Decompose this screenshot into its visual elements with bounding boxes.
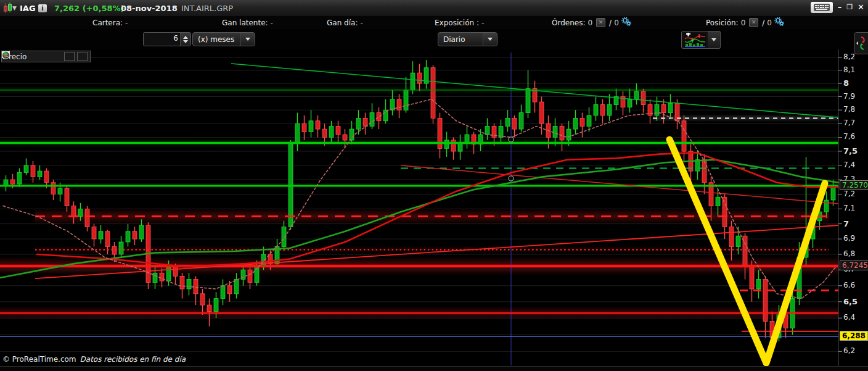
candle-body bbox=[51, 183, 55, 194]
candle-body bbox=[356, 118, 361, 129]
line-handle bbox=[509, 137, 514, 142]
candle-body bbox=[207, 305, 211, 312]
candle-body bbox=[560, 127, 564, 140]
candle-body bbox=[214, 299, 218, 312]
candle-body bbox=[180, 276, 184, 289]
candle-body bbox=[72, 206, 76, 217]
candle-body bbox=[295, 123, 300, 143]
candle-body bbox=[302, 123, 306, 131]
position-settings-gear-icon[interactable] bbox=[774, 17, 784, 28]
candle-body bbox=[126, 231, 130, 242]
close-panel-icon[interactable] bbox=[52, 52, 62, 60]
chart-toolbar: 6 (x) meses Diario bbox=[0, 29, 868, 49]
candle-body bbox=[119, 242, 123, 254]
cancel-orders-icon[interactable]: ✕ bbox=[596, 18, 605, 27]
axis-tick-label: 6,5 bbox=[843, 297, 858, 306]
candle-body bbox=[567, 129, 571, 140]
side-panel-toggle-tab[interactable] bbox=[854, 32, 868, 54]
candle-body bbox=[655, 105, 659, 116]
ticker-symbol[interactable]: IAG bbox=[20, 0, 36, 16]
period-unit-dropdown[interactable]: (x) meses bbox=[192, 32, 255, 46]
timeframe-dropdown[interactable]: Diario bbox=[438, 32, 497, 46]
spinner-up-icon[interactable] bbox=[183, 36, 188, 39]
data-status-text: Datos recibidos en fin de día bbox=[80, 355, 186, 364]
candle-body bbox=[506, 118, 510, 126]
candle-body bbox=[194, 280, 198, 294]
maximize-icon[interactable]: ❐ bbox=[846, 2, 853, 13]
candle-body bbox=[105, 231, 110, 247]
period-count-spinner[interactable]: 6 bbox=[143, 32, 191, 46]
candle-body bbox=[465, 135, 469, 143]
candle-body bbox=[607, 105, 612, 116]
instrument-dropdown-caret-icon[interactable]: ▼ bbox=[12, 0, 17, 16]
exposicion-field: Exposición :- bbox=[435, 16, 484, 29]
candle-body bbox=[221, 286, 225, 299]
minimize-icon[interactable]: – bbox=[838, 2, 842, 13]
axis-tick-label: 7,1 bbox=[843, 204, 855, 212]
current-price-tag[interactable]: 7,2570 bbox=[840, 180, 868, 190]
stop-price-tag[interactable]: 6,7245 bbox=[840, 261, 868, 270]
keyboard-icon[interactable] bbox=[811, 2, 833, 13]
close-position-icon[interactable]: ✕ bbox=[749, 18, 758, 27]
axis-tick-label: 7 bbox=[843, 219, 849, 228]
candle-body bbox=[553, 127, 557, 138]
collapse-arrows-icon bbox=[856, 35, 866, 51]
instrument-name: INT.AIRL.GRP bbox=[181, 0, 233, 16]
info-icon[interactable]: i bbox=[38, 0, 47, 16]
candle-body bbox=[133, 231, 137, 239]
axis-tick-label: 7,4 bbox=[843, 160, 855, 169]
candle-body bbox=[350, 129, 354, 140]
ordenes-field: Órdenes:0 ✕ /0 bbox=[552, 16, 631, 29]
period-unit-dropdown-arrow-icon[interactable] bbox=[240, 33, 255, 46]
add-indicator-button[interactable] bbox=[681, 31, 708, 49]
candle-body bbox=[417, 73, 422, 83]
add-indicator-icon bbox=[684, 33, 706, 47]
candle-body bbox=[85, 209, 89, 227]
window-mode-icon[interactable] bbox=[41, 52, 50, 60]
gan-latente-field: Gan latente:- bbox=[222, 16, 273, 29]
close-icon[interactable]: ✕ bbox=[858, 2, 864, 13]
chart-footer: © ProRealTime.comDatos recibidos en fin … bbox=[2, 355, 186, 364]
axis-tick-label: 8,2 bbox=[843, 52, 855, 61]
candle-body bbox=[10, 180, 15, 184]
cartera-field: Cartera:- bbox=[92, 16, 128, 29]
candle-body bbox=[44, 171, 49, 183]
candle-body bbox=[763, 280, 768, 322]
spinner-arrows[interactable] bbox=[180, 33, 190, 46]
price-chart-area[interactable]: Precio 8,28,187,97,87,77,67,57,47,37,27,… bbox=[0, 49, 868, 366]
candlestick-logo-icon bbox=[3, 0, 13, 16]
candle-body bbox=[729, 227, 734, 246]
wrench-settings-icon[interactable] bbox=[29, 52, 38, 60]
sell-arrow-icon[interactable] bbox=[64, 52, 75, 61]
alert-price-tag[interactable]: 6,288 bbox=[840, 331, 868, 341]
axis-tick-label: 8 bbox=[843, 78, 849, 88]
candle-body bbox=[634, 91, 639, 99]
axis-tick-label: 6,9 bbox=[843, 234, 855, 243]
axis-tick-label: 6,2 bbox=[843, 346, 855, 355]
orders-settings-gear-icon[interactable] bbox=[621, 17, 631, 28]
candlestick-chart[interactable] bbox=[0, 49, 868, 366]
spinner-down-icon[interactable] bbox=[183, 40, 188, 43]
candle-body bbox=[234, 280, 239, 294]
timeframe-dropdown-arrow-icon[interactable] bbox=[483, 33, 497, 46]
candle-body bbox=[512, 118, 517, 129]
candle-body bbox=[716, 197, 720, 206]
candle-body bbox=[519, 113, 523, 130]
candle-body bbox=[641, 91, 645, 105]
candle-body bbox=[404, 90, 408, 110]
axis-tick-label: 6,6 bbox=[843, 281, 855, 290]
candle-body bbox=[4, 180, 8, 185]
buy-arrow-icon[interactable] bbox=[77, 52, 88, 61]
price-axis[interactable]: 8,28,187,97,87,77,67,57,47,37,27,176,96,… bbox=[838, 49, 868, 366]
period-count-value[interactable]: 6 bbox=[144, 33, 180, 46]
candle-body bbox=[329, 127, 334, 138]
candle-body bbox=[343, 135, 347, 140]
candle-body bbox=[628, 99, 632, 107]
candle-body bbox=[587, 115, 591, 127]
candle-body bbox=[383, 110, 388, 121]
candle-body bbox=[99, 231, 103, 239]
axis-tick-label: 6,4 bbox=[843, 313, 855, 322]
window-bottom-edge bbox=[0, 366, 868, 371]
candle-body bbox=[173, 267, 178, 276]
add-indicator-dropdown-arrow-icon[interactable] bbox=[708, 31, 721, 49]
